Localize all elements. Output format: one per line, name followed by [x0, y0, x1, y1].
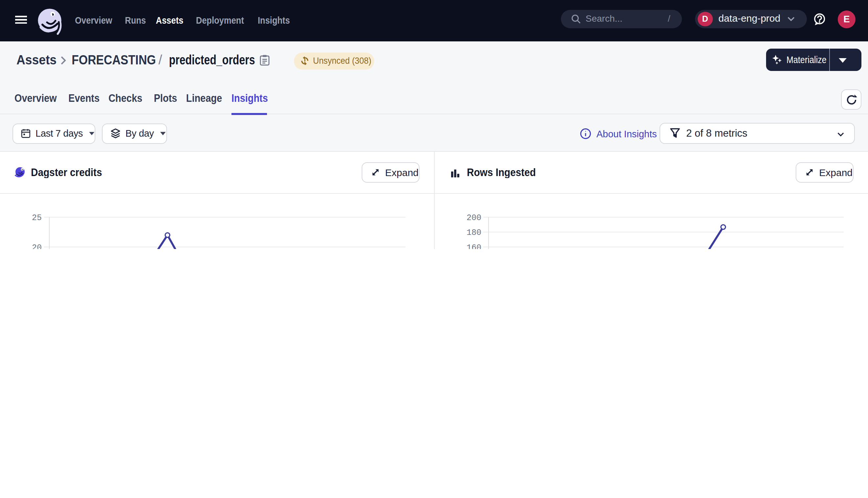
- svg-text:25: 25: [32, 213, 42, 223]
- svg-text:20: 20: [32, 243, 42, 249]
- svg-text:160: 160: [467, 243, 481, 249]
- svg-text:180: 180: [467, 228, 481, 237]
- svg-text:200: 200: [467, 213, 481, 223]
